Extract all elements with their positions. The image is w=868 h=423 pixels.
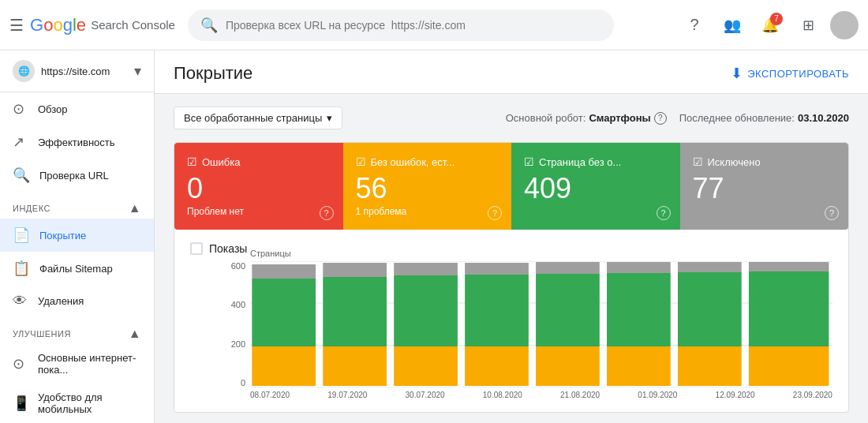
notification-badge: 7 — [770, 13, 783, 25]
svg-rect-4 — [252, 346, 316, 386]
sidebar-item-overview[interactable]: ⊙ Обзор — [0, 92, 154, 125]
avatar[interactable] — [830, 11, 859, 39]
site-url: https://site.com — [41, 66, 134, 77]
trending-icon: ↗ — [13, 133, 28, 151]
search-input[interactable] — [226, 19, 601, 32]
status-number: 0 — [187, 174, 331, 203]
users-button[interactable]: 👥 — [716, 9, 748, 41]
sidebar-item-mobile[interactable]: 📱 Удобство для мобильных — [0, 384, 154, 423]
google-wordmark: Google — [30, 15, 86, 36]
status-card-excluded[interactable]: ☑ Исключено 77 ? — [680, 143, 849, 230]
export-label: ЭКСПОРТИРОВАТЬ — [747, 68, 849, 80]
download-icon: ⬇ — [731, 65, 743, 82]
svg-rect-6 — [252, 264, 316, 279]
sidebar-item-label: Эффективность — [38, 137, 115, 148]
legend-label-pokazy: Показы — [209, 242, 247, 255]
main-content: Покрытие ⬇ ЭКСПОРТИРОВАТЬ Все обработанн… — [155, 51, 868, 423]
improvements-collapse-icon[interactable]: ▲ — [129, 327, 141, 341]
sidebar-item-label: Проверка URL — [39, 170, 109, 182]
index-section-header: Индекс ▲ — [0, 192, 154, 219]
status-number: 77 — [693, 174, 836, 203]
filter-label: Все обработанные страницы — [184, 112, 322, 124]
help-icon[interactable]: ? — [320, 206, 334, 220]
main-layout: 🌐 https://site.com ▾ ⊙ Обзор ↗ Эффективн… — [0, 51, 868, 423]
sidebar-item-coverage[interactable]: 📄 Покрытие — [0, 219, 154, 252]
sidebar-item-performance[interactable]: ↗ Эффективность — [0, 125, 154, 159]
svg-rect-27 — [749, 262, 829, 271]
apps-button[interactable]: ⊞ — [792, 9, 824, 41]
sidebar-item-vitals[interactable]: ⊙ Основные интернет-пока... — [0, 344, 154, 384]
sidebar-item-label: Покрытие — [39, 230, 86, 241]
help-icon[interactable]: ? — [488, 206, 502, 220]
sidebar: 🌐 https://site.com ▾ ⊙ Обзор ↗ Эффективн… — [0, 51, 155, 423]
svg-rect-8 — [323, 277, 387, 346]
x-axis-labels: 08.07.2020 19.07.2020 30.07.2020 10.08.2… — [250, 391, 832, 399]
status-title: Исключено — [708, 156, 761, 168]
index-collapse-icon[interactable]: ▲ — [129, 201, 141, 215]
search-icon: 🔍 — [200, 17, 218, 34]
svg-rect-21 — [607, 262, 671, 273]
svg-rect-15 — [465, 263, 529, 275]
menu-icon[interactable]: ☰ — [9, 16, 24, 35]
update-label: Последнее обновление: — [679, 112, 795, 124]
check-icon: ☑ — [356, 155, 366, 168]
filter-button[interactable]: Все обработанные страницы ▾ — [174, 107, 342, 129]
topbar: ☰ Google Search Console 🔍 ? 👥 🔔 7 ⊞ — [0, 0, 868, 51]
check-icon: ☑ — [693, 155, 703, 168]
sidebar-item-label: Файлы Sitemap — [39, 263, 113, 275]
page-title: Покрытие — [174, 63, 253, 84]
index-section-label: Индекс — [13, 204, 51, 213]
status-number: 409 — [524, 174, 668, 203]
svg-rect-13 — [465, 346, 529, 386]
help-icon[interactable]: ? — [657, 206, 671, 220]
y-label-0: 0 — [222, 378, 245, 387]
x-label-3: 10.08.2020 — [483, 391, 522, 399]
search-bar[interactable]: 🔍 — [188, 9, 614, 41]
status-number: 56 — [356, 174, 499, 203]
improvements-section-header: Улучшения ▲ — [0, 317, 154, 344]
help-icon[interactable]: ? — [825, 206, 839, 220]
status-card-header: ☑ Ошибка — [187, 155, 331, 168]
check-icon: ☑ — [187, 155, 197, 168]
status-title: Ошибка — [202, 156, 240, 168]
export-button[interactable]: ⬇ ЭКСПОРТИРОВАТЬ — [731, 65, 849, 82]
vitals-icon: ⊙ — [13, 355, 28, 372]
status-cards: ☑ Ошибка 0 Проблем нет ? ☑ Без ошибок, е… — [174, 143, 848, 230]
svg-rect-23 — [678, 272, 742, 346]
help-button[interactable]: ? — [679, 9, 710, 41]
check-icon: ☑ — [524, 155, 534, 168]
sitemap-icon: 📋 — [13, 260, 30, 277]
status-card-valid[interactable]: ☑ Страница без о... 409 ? — [511, 143, 680, 230]
status-title: Страница без о... — [539, 156, 621, 168]
svg-rect-10 — [394, 346, 458, 386]
home-icon: ⊙ — [13, 100, 28, 118]
sidebar-item-removals[interactable]: 👁 Удаления — [0, 285, 154, 317]
site-selector[interactable]: 🌐 https://site.com ▾ — [0, 51, 154, 92]
chevron-down-icon: ▾ — [134, 62, 141, 80]
page-header: Покрытие ⬇ ЭКСПОРТИРОВАТЬ — [155, 51, 868, 94]
product-name: Search Console — [88, 18, 175, 32]
sidebar-item-sitemap[interactable]: 📋 Файлы Sitemap — [0, 252, 154, 285]
topbar-actions: ? 👥 🔔 7 ⊞ — [679, 9, 859, 41]
people-icon: 👥 — [724, 17, 741, 34]
coverage-icon: 📄 — [13, 226, 30, 244]
status-card-error[interactable]: ☑ Ошибка 0 Проблем нет ? — [174, 143, 343, 230]
notifications-button[interactable]: 🔔 7 — [754, 9, 786, 41]
sidebar-item-url-check[interactable]: 🔍 Проверка URL — [0, 159, 154, 192]
coverage-chart — [250, 261, 832, 387]
legend-checkbox-pokazy[interactable] — [190, 242, 203, 255]
site-favicon: 🌐 — [13, 60, 35, 82]
status-card-warning[interactable]: ☑ Без ошибок, ест... 56 1 проблема ? — [343, 143, 512, 230]
sidebar-item-label: Удобство для мобильных — [38, 391, 141, 415]
y-label-600: 600 — [222, 261, 245, 271]
svg-rect-11 — [394, 275, 458, 346]
coverage-panel: ☑ Ошибка 0 Проблем нет ? ☑ Без ошибок, е… — [174, 142, 849, 413]
sidebar-item-label: Основные интернет-пока... — [38, 352, 141, 376]
status-desc: 1 проблема — [356, 206, 499, 217]
x-label-0: 08.07.2020 — [250, 391, 290, 399]
filter-info: Основной робот: Смартфоны ? Последнее об… — [506, 112, 849, 125]
svg-rect-20 — [607, 273, 671, 346]
y-label-200: 200 — [222, 339, 245, 349]
svg-rect-19 — [607, 346, 671, 386]
logo: Google Search Console — [30, 15, 175, 36]
